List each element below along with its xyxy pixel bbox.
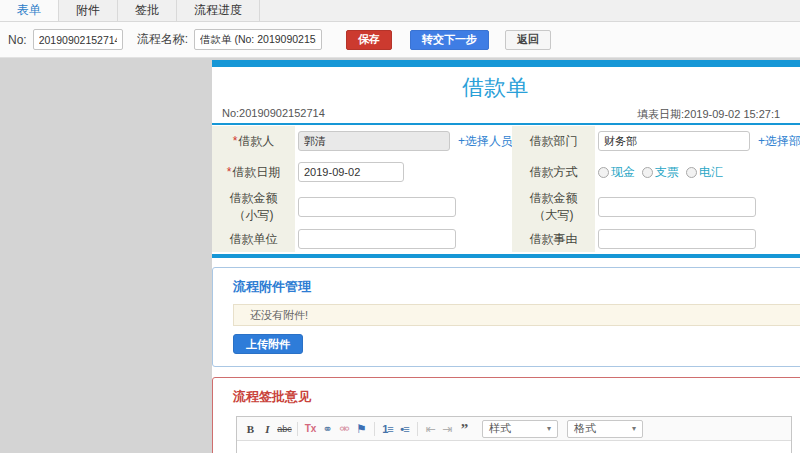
page-title: 借款单 <box>212 73 778 103</box>
bulleted-list-icon[interactable]: •≡ <box>396 418 413 440</box>
amount-small-input[interactable] <box>298 197 456 217</box>
fill-date: 填表日期:2019-09-02 15:27:1 <box>637 107 780 122</box>
attachment-empty-message: 还没有附件! <box>233 304 800 326</box>
required-marker: * <box>233 134 238 148</box>
toolbar-separator <box>417 422 418 436</box>
loan-reason-input[interactable] <box>598 229 756 249</box>
no-label: No: <box>8 33 27 47</box>
anchor-flag-icon[interactable]: ⚑ <box>353 418 370 440</box>
radio-cash[interactable]: 现金 <box>598 164 635 181</box>
link-icon[interactable]: ⚭ <box>319 418 336 440</box>
form-meta-row: No:20190902152714 填表日期:2019-09-02 15:27:… <box>212 103 800 123</box>
loan-unit-label: 借款单位 <box>212 226 295 252</box>
loan-reason-label: 借款事由 <box>512 226 595 252</box>
loan-unit-input[interactable] <box>298 229 456 249</box>
loan-date-cell <box>295 156 512 188</box>
department-label: 借款部门 <box>512 126 595 156</box>
styles-dropdown[interactable]: 样式 ▾ <box>482 420 558 438</box>
loan-method-label: 借款方式 <box>512 156 595 188</box>
bold-icon[interactable]: B <box>242 418 259 440</box>
approval-section: 流程签批意见 B I abc Tx ⚭ ⚮ ⚑ 1≡ •≡ ⇤ ⇥ ” 样式 <box>212 377 800 453</box>
radio-circle-icon[interactable] <box>598 167 609 178</box>
tab-progress[interactable]: 流程进度 <box>177 0 260 21</box>
borrower-label: *借款人 <box>212 126 295 156</box>
form-panel: 借款单 No:20190902152714 填表日期:2019-09-02 15… <box>212 60 800 453</box>
chevron-down-icon: ▾ <box>547 424 551 433</box>
remove-format-icon[interactable]: Tx <box>302 418 319 440</box>
approval-section-title: 流程签批意见 <box>233 390 800 404</box>
amount-small-cell <box>295 188 512 226</box>
editor-content-area[interactable] <box>237 441 791 453</box>
amount-big-input[interactable] <box>598 197 756 217</box>
upload-attachment-button[interactable]: 上传附件 <box>233 334 303 354</box>
tab-form[interactable]: 表单 <box>0 0 59 21</box>
attachment-section-title: 流程附件管理 <box>233 280 800 294</box>
loan-method-cell: 现金 支票 电汇 <box>595 156 800 188</box>
attachment-section: 流程附件管理 还没有附件! 上传附件 <box>212 267 800 367</box>
form-number: No:20190902152714 <box>222 107 325 119</box>
process-name-input[interactable] <box>194 29 322 50</box>
required-marker: * <box>227 165 232 179</box>
radio-check[interactable]: 支票 <box>642 164 679 181</box>
tab-approval[interactable]: 签批 <box>118 0 177 21</box>
tab-attachment[interactable]: 附件 <box>59 0 118 21</box>
italic-icon[interactable]: I <box>259 418 276 440</box>
radio-wire[interactable]: 电汇 <box>686 164 723 181</box>
divider-bar-bottom <box>212 254 800 258</box>
styles-dropdown-label: 样式 <box>489 421 511 436</box>
loan-date-label: *借款日期 <box>212 156 295 188</box>
panel-top-accent-bar <box>212 60 800 67</box>
back-button[interactable]: 返回 <box>505 30 551 50</box>
department-cell: +选择部门 <box>595 126 800 156</box>
divider-line-top <box>212 123 800 125</box>
toolbar-separator <box>297 422 298 436</box>
loan-date-input[interactable] <box>298 162 404 182</box>
no-input[interactable] <box>33 29 123 50</box>
strikethrough-icon[interactable]: abc <box>276 418 293 440</box>
borrower-cell: +选择人员 <box>295 126 512 156</box>
format-dropdown-label: 格式 <box>574 421 596 436</box>
radio-circle-icon[interactable] <box>642 167 653 178</box>
chevron-down-icon: ▾ <box>632 424 636 433</box>
next-step-button[interactable]: 转交下一步 <box>410 30 489 50</box>
format-dropdown[interactable]: 格式 ▾ <box>567 420 643 438</box>
borrower-input[interactable] <box>298 131 450 151</box>
editor-toolbar: B I abc Tx ⚭ ⚮ ⚑ 1≡ •≡ ⇤ ⇥ ” 样式 ▾ <box>237 417 791 441</box>
toolbar-separator <box>374 422 375 436</box>
rich-text-editor: B I abc Tx ⚭ ⚮ ⚑ 1≡ •≡ ⇤ ⇥ ” 样式 ▾ <box>236 416 792 453</box>
save-button[interactable]: 保存 <box>346 30 392 50</box>
loan-form-grid: *借款人 +选择人员 借款部门 +选择部门 *借款日期 借款方式 现金 支票 电… <box>212 126 800 252</box>
amount-small-label: 借款金额（小写) <box>212 188 295 226</box>
select-person-link[interactable]: +选择人员 <box>458 133 513 150</box>
indent-icon[interactable]: ⇥ <box>439 418 456 440</box>
tab-bar: 表单 附件 签批 流程进度 <box>0 0 800 22</box>
blockquote-icon[interactable]: ” <box>456 418 473 440</box>
numbered-list-icon[interactable]: 1≡ <box>379 418 396 440</box>
outdent-icon[interactable]: ⇤ <box>422 418 439 440</box>
unlink-icon[interactable]: ⚮ <box>336 418 353 440</box>
amount-big-label: 借款金额（大写) <box>512 188 595 226</box>
loan-reason-cell <box>595 226 800 252</box>
select-department-link[interactable]: +选择部门 <box>758 133 800 150</box>
radio-circle-icon[interactable] <box>686 167 697 178</box>
amount-big-cell <box>595 188 800 226</box>
toolbar: No: 流程名称: 保存 转交下一步 返回 <box>0 22 800 58</box>
department-input[interactable] <box>598 131 750 151</box>
loan-unit-cell <box>295 226 512 252</box>
process-name-label: 流程名称: <box>137 31 188 48</box>
